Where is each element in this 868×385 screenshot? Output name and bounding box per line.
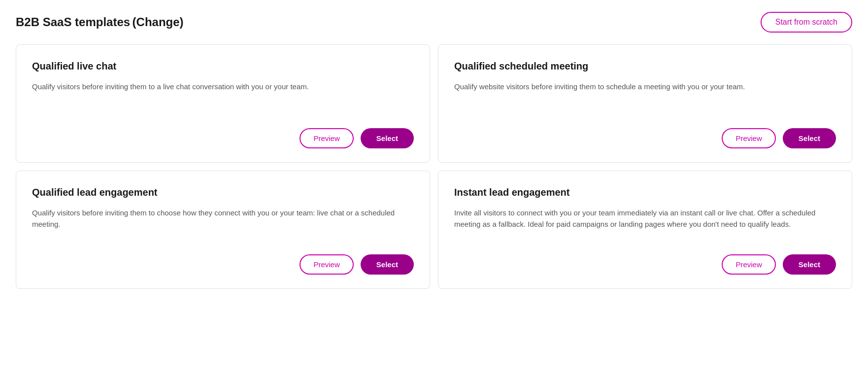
- card-content: Instant lead engagement Invite all visit…: [454, 187, 836, 230]
- select-button[interactable]: Select: [783, 254, 836, 275]
- card-actions: Preview Select: [454, 254, 836, 275]
- card-description: Qualify visitors before inviting them to…: [32, 207, 414, 230]
- card-instant-lead-engagement: Instant lead engagement Invite all visit…: [438, 171, 852, 289]
- card-description: Invite all visitors to connect with you …: [454, 207, 836, 230]
- card-description: Qualify website visitors before inviting…: [454, 81, 836, 92]
- select-button[interactable]: Select: [783, 128, 836, 148]
- preview-button[interactable]: Preview: [300, 128, 353, 148]
- card-actions: Preview Select: [32, 128, 414, 148]
- card-content: Qualified scheduled meeting Qualify webs…: [454, 61, 836, 92]
- header-title-area: B2B SaaS templates (Change): [16, 15, 184, 29]
- card-description: Qualify visitors before inviting them to…: [32, 81, 414, 92]
- card-content: Qualified lead engagement Qualify visito…: [32, 187, 414, 230]
- page-header: B2B SaaS templates (Change) Start from s…: [16, 12, 852, 33]
- card-title: Instant lead engagement: [454, 187, 836, 198]
- card-title: Qualified lead engagement: [32, 187, 414, 198]
- change-link[interactable]: (Change): [133, 15, 184, 29]
- card-actions: Preview Select: [32, 254, 414, 275]
- select-button[interactable]: Select: [361, 128, 414, 148]
- templates-grid: Qualified live chat Qualify visitors bef…: [16, 44, 852, 289]
- card-title: Qualified scheduled meeting: [454, 61, 836, 72]
- preview-button[interactable]: Preview: [300, 254, 353, 275]
- card-content: Qualified live chat Qualify visitors bef…: [32, 61, 414, 92]
- start-from-scratch-button[interactable]: Start from scratch: [761, 12, 852, 33]
- card-qualified-scheduled-meeting: Qualified scheduled meeting Qualify webs…: [438, 44, 852, 163]
- card-qualified-lead-engagement: Qualified lead engagement Qualify visito…: [16, 171, 430, 289]
- card-qualified-live-chat: Qualified live chat Qualify visitors bef…: [16, 44, 430, 163]
- page-title: B2B SaaS templates: [16, 15, 130, 29]
- card-actions: Preview Select: [454, 128, 836, 148]
- preview-button[interactable]: Preview: [722, 254, 775, 275]
- preview-button[interactable]: Preview: [722, 128, 775, 148]
- card-title: Qualified live chat: [32, 61, 414, 72]
- select-button[interactable]: Select: [361, 254, 414, 275]
